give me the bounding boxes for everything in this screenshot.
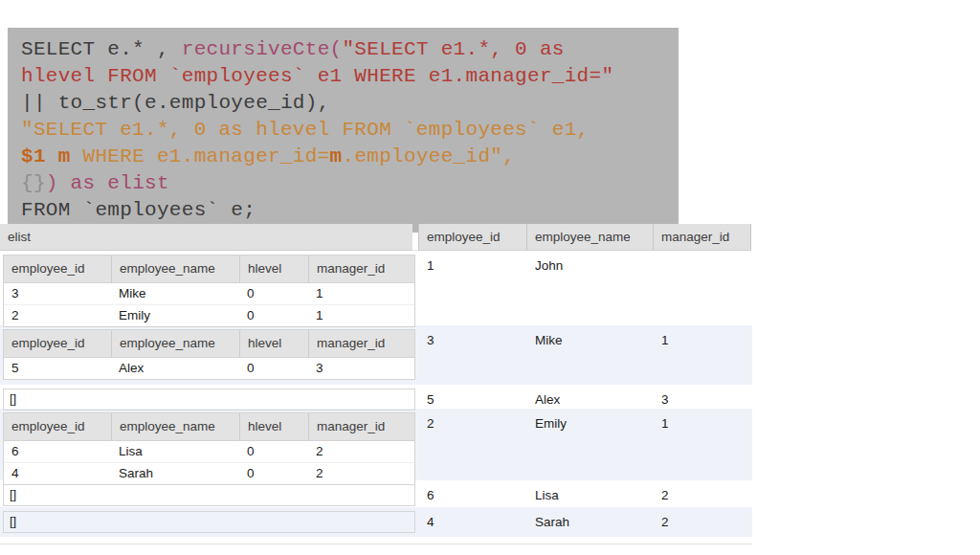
nested-cell: Lisa xyxy=(111,441,239,462)
nested-cell: 0 xyxy=(239,283,308,304)
code-token: recursiveCte( xyxy=(182,38,343,60)
employee_name-cell: Lisa xyxy=(526,480,653,507)
result-row[interactable]: []5Alex3 xyxy=(0,385,752,409)
code-token: FROM `employees` e; xyxy=(21,199,256,221)
nested-column-header-hlevel[interactable]: hlevel xyxy=(239,255,308,282)
column-header-elist[interactable]: elist xyxy=(0,224,412,251)
nested-column-header-hlevel[interactable]: hlevel xyxy=(239,413,308,440)
empty-elist-value: [] xyxy=(3,511,415,533)
manager_id-cell: 2 xyxy=(653,507,752,537)
nested-cell: Alex xyxy=(111,358,239,379)
nested-cell: 2 xyxy=(4,305,111,326)
nested-cell: 0 xyxy=(239,358,308,379)
nested-cell: 3 xyxy=(4,283,111,304)
code-token: WHERE e1.manager_id= xyxy=(71,145,330,167)
nested-cell: 2 xyxy=(308,441,414,462)
nested-cell: 0 xyxy=(239,441,308,462)
nested-column-header-employee_name[interactable]: employee_name xyxy=(111,330,239,357)
employee_name-cell: Emily xyxy=(526,409,653,480)
nested-cell: Mike xyxy=(111,283,239,304)
nested-column-header-manager_id[interactable]: manager_id xyxy=(308,413,414,440)
nested-header-row: employee_idemployee_namehlevelmanager_id xyxy=(4,255,414,283)
nested-cell: 5 xyxy=(4,358,111,379)
employee_id-cell: 2 xyxy=(418,409,526,480)
sql-query-code[interactable]: SELECT e.* , recursiveCte("SELECT e1.*, … xyxy=(8,28,679,233)
nested-header-row: employee_idemployee_namehlevelmanager_id xyxy=(4,330,414,358)
result-row[interactable]: []6Lisa2 xyxy=(0,480,752,507)
code-token: "SELECT e1.*, 0 as xyxy=(342,38,564,60)
code-token: SELECT e.* , xyxy=(21,38,182,60)
result-row[interactable]: []4Sarah2 xyxy=(0,507,752,537)
elist-cell: [] xyxy=(0,480,418,507)
nested-column-header-employee_id[interactable]: employee_id xyxy=(4,413,111,440)
code-token: ) as elist xyxy=(46,172,169,194)
result-row[interactable]: employee_idemployee_namehlevelmanager_id… xyxy=(0,325,752,385)
nested-cell: 0 xyxy=(239,305,308,326)
result-row[interactable]: employee_idemployee_namehlevelmanager_id… xyxy=(0,409,752,480)
employee_id-cell: 4 xyxy=(418,507,526,537)
elist-cell: [] xyxy=(0,385,418,409)
employee_name-cell: John xyxy=(526,251,653,325)
employee_id-cell: 1 xyxy=(418,251,526,325)
code-token: $1 xyxy=(21,145,46,167)
empty-elist-value: [] xyxy=(3,388,415,411)
nested-row[interactable]: 2Emily01 xyxy=(4,304,414,326)
nested-header-row: employee_idemployee_namehlevelmanager_id xyxy=(4,413,414,441)
nested-column-header-employee_id[interactable]: employee_id xyxy=(4,255,111,282)
nested-column-header-employee_name[interactable]: employee_name xyxy=(111,255,239,282)
elist-cell: employee_idemployee_namehlevelmanager_id… xyxy=(0,251,418,325)
column-header-employee-id[interactable]: employee_id xyxy=(418,224,526,251)
nested-column-header-manager_id[interactable]: manager_id xyxy=(308,330,414,357)
employee_name-cell: Mike xyxy=(526,325,653,385)
nested-cell: 6 xyxy=(4,441,111,462)
nested-elist-table: employee_idemployee_namehlevelmanager_id… xyxy=(3,329,415,380)
empty-elist-value: [] xyxy=(3,484,415,506)
nested-cell: 1 xyxy=(308,305,414,326)
code-token: m xyxy=(58,145,71,167)
nested-cell: 3 xyxy=(308,358,414,379)
elist-cell: employee_idemployee_namehlevelmanager_id… xyxy=(0,325,418,385)
nested-row[interactable]: 6Lisa02 xyxy=(4,441,414,462)
elist-cell: [] xyxy=(0,507,418,537)
nested-cell: Emily xyxy=(111,305,239,326)
employee_name-cell: Sarah xyxy=(526,507,653,537)
code-token: || to_str(e.employee_id), xyxy=(21,92,330,114)
code-token: m xyxy=(330,145,343,167)
elist-cell: employee_idemployee_namehlevelmanager_id… xyxy=(0,409,418,480)
manager_id-cell: 1 xyxy=(653,409,752,480)
nested-elist-table: employee_idemployee_namehlevelmanager_id… xyxy=(3,412,415,485)
nested-elist-table: employee_idemployee_namehlevelmanager_id… xyxy=(3,255,415,327)
code-token: hlevel FROM `employees` e1 WHERE e1.mana… xyxy=(21,65,613,87)
employee_name-cell: Alex xyxy=(526,385,653,409)
query-results-table: elist employee_id employee_name manager_… xyxy=(0,224,752,544)
employee_id-cell: 3 xyxy=(418,325,526,385)
column-header-employee-name[interactable]: employee_name xyxy=(526,224,653,251)
code-token: {} xyxy=(21,172,46,194)
manager_id-cell xyxy=(653,251,752,325)
results-body: employee_idemployee_namehlevelmanager_id… xyxy=(0,251,752,544)
nested-column-header-employee_id[interactable]: employee_id xyxy=(4,330,111,357)
column-header-manager-id[interactable]: manager_id xyxy=(653,224,751,251)
nested-row[interactable]: 5Alex03 xyxy=(4,358,414,379)
nested-column-header-hlevel[interactable]: hlevel xyxy=(239,330,308,357)
code-token: "SELECT e1.*, 0 as hlevel FROM `employee… xyxy=(21,119,590,141)
nested-cell: 1 xyxy=(308,283,414,304)
manager_id-cell: 1 xyxy=(653,325,752,385)
nested-row[interactable]: 3Mike01 xyxy=(4,283,414,304)
manager_id-cell: 3 xyxy=(653,385,752,409)
nested-column-header-manager_id[interactable]: manager_id xyxy=(308,255,414,282)
code-token: .employee_id", xyxy=(342,145,515,167)
result-row[interactable]: employee_idemployee_namehlevelmanager_id… xyxy=(0,251,752,325)
results-header-row: elist employee_id employee_name manager_… xyxy=(0,224,752,251)
employee_id-cell: 5 xyxy=(418,385,526,409)
nested-column-header-employee_name[interactable]: employee_name xyxy=(111,413,239,440)
employee_id-cell: 6 xyxy=(418,480,526,507)
code-token xyxy=(46,145,58,167)
manager_id-cell: 2 xyxy=(653,480,752,507)
